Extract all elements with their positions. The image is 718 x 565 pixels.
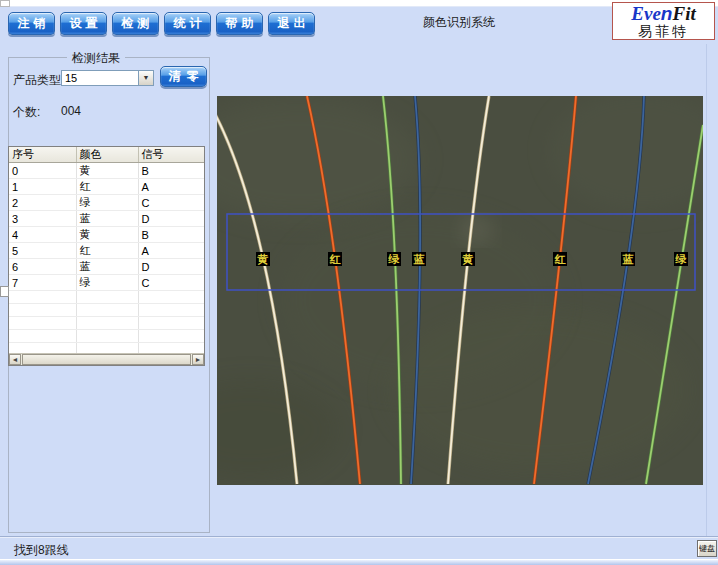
table-row[interactable]: 1红A [9,179,205,195]
table-cell [9,317,76,330]
clear-button[interactable]: 清零 [160,66,207,87]
table-cell: 4 [9,227,76,243]
table-cell: 0 [9,163,76,179]
table-row[interactable]: 2绿C [9,195,205,211]
table-cell: B [138,227,205,243]
toolbar-button-help[interactable]: 帮助 [216,12,263,35]
product-type-value: 15 [62,72,138,84]
table-row[interactable]: 3蓝D [9,211,205,227]
result-table: 序号颜色信号 0黄B1红A2绿C3蓝D4黄B5红A6蓝D7绿C ◄ ► [8,146,205,366]
table-cell [76,304,138,317]
table-row-empty[interactable] [9,291,205,304]
table-cell: C [138,275,205,291]
table-row[interactable]: 0黄B [9,163,205,179]
table-cell [138,304,205,317]
table-cell [138,330,205,343]
toolbar-button-stats[interactable]: 统计 [164,12,211,35]
table-row[interactable]: 6蓝D [9,259,205,275]
table-cell [76,330,138,343]
table-cell [9,330,76,343]
table-cell: 3 [9,211,76,227]
table-cell: A [138,243,205,259]
light-smudge [463,221,489,239]
table-row[interactable]: 7绿C [9,275,205,291]
column-header[interactable]: 颜色 [76,147,138,163]
table-row[interactable]: 5红A [9,243,205,259]
product-type-select[interactable]: 15 ▼ [61,70,154,86]
table-cell: D [138,211,205,227]
toolbar-button-exit[interactable]: 退出 [268,12,315,35]
table-cell: 5 [9,243,76,259]
table-row[interactable]: 4黄B [9,227,205,243]
column-header[interactable]: 序号 [9,147,76,163]
result-table-header: 序号颜色信号 [9,147,205,163]
window-corner-box [0,0,10,7]
table-cell: A [138,179,205,195]
wire-label-text: 绿 [388,253,400,265]
table-cell: 1 [9,179,76,195]
table-row-empty[interactable] [9,317,205,330]
count-label: 个数: [13,104,40,121]
brand-logo-cn: 易菲特 [613,24,714,38]
table-cell: 2 [9,195,76,211]
camera-view: 黄红绿蓝黄红蓝绿 [217,96,703,485]
window-right-edge [706,44,707,536]
camera-image: 黄红绿蓝黄红蓝绿 [217,96,703,485]
table-cell: 6 [9,259,76,275]
table-hscrollbar[interactable]: ◄ ► [9,353,204,365]
window-top-strip [0,0,718,7]
table-cell [76,317,138,330]
table-cell: 蓝 [76,211,138,227]
app-title: 颜色识别系统 [423,14,495,31]
brand-logo: EvenFit 易菲特 [612,2,715,40]
wire-label-text: 黄 [462,253,474,266]
scroll-left-icon[interactable]: ◄ [9,354,21,365]
table-cell: 7 [9,275,76,291]
wire-label-text: 绿 [675,253,687,265]
app-window: 注销设置检测统计帮助退出 颜色识别系统 EvenFit 易菲特 检测结果 产品类… [0,0,718,565]
toolbar-button-settings[interactable]: 设置 [60,12,107,35]
toolbar-button-detect[interactable]: 检测 [112,12,159,35]
table-cell [138,317,205,330]
wire-label-text: 蓝 [413,253,425,265]
table-row-empty[interactable] [9,330,205,343]
table-cell: D [138,259,205,275]
table-cell: 绿 [76,275,138,291]
table-cell: 红 [76,179,138,195]
logo-swoosh-icon: n [661,3,673,24]
table-cell: B [138,163,205,179]
scrollbar-thumb[interactable] [22,354,191,365]
table-cell: 红 [76,243,138,259]
column-header[interactable]: 信号 [138,147,205,163]
wire-label-text: 红 [554,253,567,265]
brand-logo-en: EvenFit [613,4,714,23]
table-cell [138,291,205,304]
wire-label-text: 蓝 [622,253,634,265]
product-type-label: 产品类型: [13,72,64,89]
keyboard-button[interactable]: 键盘 [697,540,717,557]
table-cell [9,291,76,304]
table-cell [9,304,76,317]
toolbar-button-logout[interactable]: 注销 [8,12,55,35]
table-cell: 黄 [76,163,138,179]
statusbar-divider [0,536,718,538]
table-cell: C [138,195,205,211]
table-cell: 绿 [76,195,138,211]
panel-title: 检测结果 [67,50,125,67]
table-cell: 蓝 [76,259,138,275]
table-row-empty[interactable] [9,304,205,317]
window-bottom-edge [0,559,718,565]
table-cell: 黄 [76,227,138,243]
stray-box [0,286,9,297]
chevron-down-icon[interactable]: ▼ [138,71,153,85]
table-cell [76,291,138,304]
wire-label-text: 黄 [257,253,269,266]
count-value: 004 [61,104,81,118]
scroll-right-icon[interactable]: ► [192,354,204,365]
status-text: 找到8跟线 [14,542,69,559]
wire-label-text: 红 [329,253,342,265]
